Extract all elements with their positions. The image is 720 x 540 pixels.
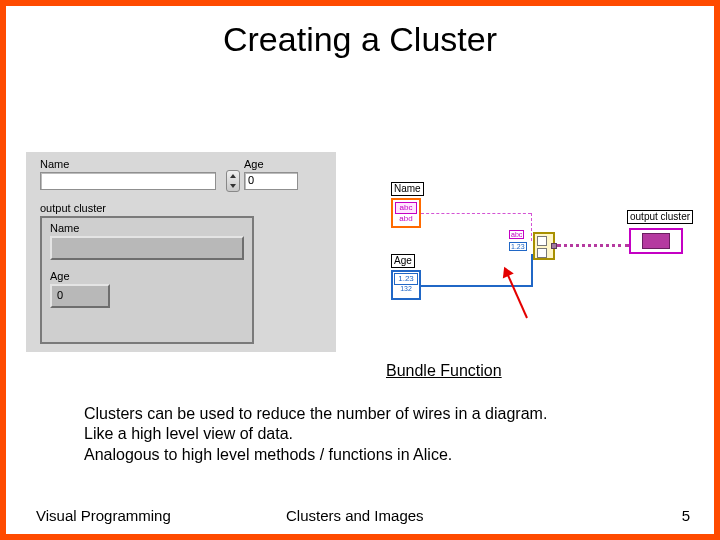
wire-bundle-to-sink xyxy=(557,244,629,247)
bd-output-glyph xyxy=(642,233,670,249)
block-diagram: Name abc abd Age 1.23 132 abc 1.23 outpu… xyxy=(369,182,699,332)
bd-name-sub: abd xyxy=(393,214,419,223)
body-line1: Clusters can be used to reduce the numbe… xyxy=(84,404,664,424)
bd-output-label: output cluster xyxy=(627,210,693,224)
bd-age-glyph: 1.23 xyxy=(394,273,418,285)
fp-inner-name-display xyxy=(50,236,244,260)
fp-name-label: Name xyxy=(40,158,69,170)
footer-left: Visual Programming xyxy=(36,507,171,524)
body-text: Clusters can be used to reduce the numbe… xyxy=(84,404,664,465)
bd-name-label: Name xyxy=(391,182,424,196)
fp-name-input[interactable] xyxy=(40,172,216,190)
bd-age-label: Age xyxy=(391,254,415,268)
body-line2: Like a high level view of data. xyxy=(84,424,664,444)
bd-name-terminal[interactable]: abc abd xyxy=(391,198,421,228)
bundle-in-bot-glyph: 1.23 xyxy=(509,242,527,251)
wire-name-to-bundle xyxy=(421,213,531,214)
footer-right: 5 xyxy=(682,507,690,524)
bundle-caption: Bundle Function xyxy=(386,362,502,380)
bundle-in-top-glyph: abc xyxy=(509,230,524,239)
bd-name-glyph: abc xyxy=(395,202,417,214)
fp-age-label: Age xyxy=(244,158,264,170)
wire-name-drop xyxy=(531,213,532,241)
fp-output-cluster: Name Age 0 xyxy=(40,216,254,344)
bd-age-terminal[interactable]: 1.23 132 xyxy=(391,270,421,300)
fp-age-spinner[interactable] xyxy=(226,170,240,192)
bundle-node[interactable] xyxy=(533,232,555,260)
fp-inner-age-label: Age xyxy=(50,270,70,282)
bundle-input-top xyxy=(537,236,547,246)
fp-age-input[interactable]: 0 xyxy=(244,172,298,190)
fp-inner-age-value: 0 xyxy=(57,289,63,301)
footer-center: Clusters and Images xyxy=(286,507,424,524)
body-line3: Analogous to high level methods / functi… xyxy=(84,445,664,465)
fp-output-label: output cluster xyxy=(40,202,106,214)
fp-age-value: 0 xyxy=(248,174,254,186)
front-panel: Name Age 0 output cluster Name Age 0 xyxy=(26,152,336,352)
bundle-input-bot xyxy=(537,248,547,258)
bd-output-terminal[interactable] xyxy=(629,228,683,254)
fp-inner-age-display: 0 xyxy=(50,284,110,308)
bd-age-sub: 132 xyxy=(393,285,419,292)
slide-title: Creating a Cluster xyxy=(6,20,714,59)
fp-inner-name-label: Name xyxy=(50,222,79,234)
